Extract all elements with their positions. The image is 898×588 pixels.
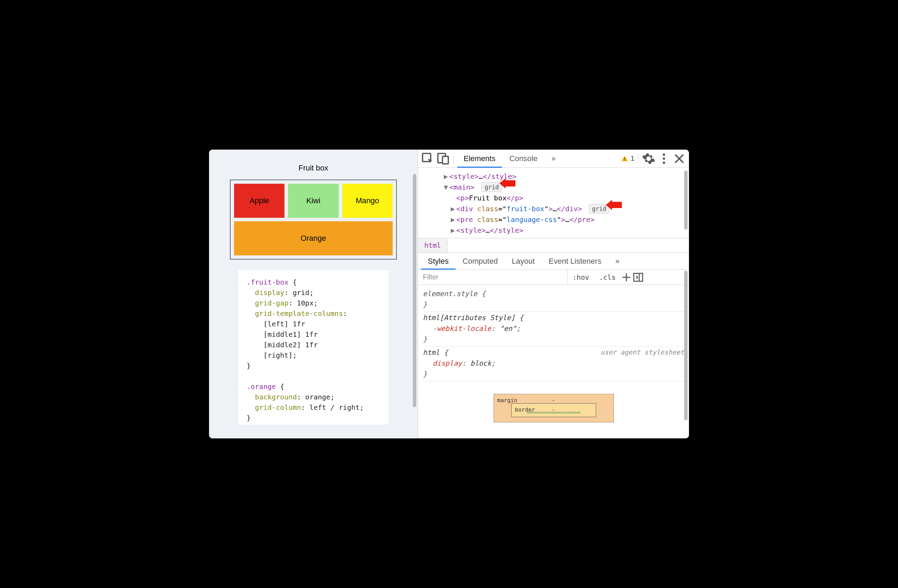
svg-rect-4	[624, 160, 625, 160]
disclosure-triangle-icon[interactable]: ▼	[444, 182, 449, 193]
svg-point-6	[663, 157, 665, 160]
subtab-layout[interactable]: Layout	[504, 253, 541, 269]
devtools-pane: Elements Console » 1 ▶<style>…</style>	[418, 149, 689, 439]
fruit-mango: Mango	[342, 184, 393, 218]
tab-console[interactable]: Console	[503, 149, 544, 167]
hov-toggle[interactable]: :hov	[567, 273, 594, 282]
tab-more[interactable]: »	[545, 149, 562, 167]
stylesheet-source: user agent stylesheet	[601, 347, 684, 357]
disclosure-triangle-icon[interactable]: ▶	[451, 203, 456, 214]
svg-rect-2	[442, 156, 448, 164]
filter-bar: :hov .cls	[418, 269, 689, 285]
disclosure-triangle-icon[interactable]: ▶	[444, 171, 449, 182]
sidebar-toggle-icon[interactable]	[632, 271, 644, 283]
close-icon[interactable]	[672, 152, 686, 166]
plus-icon[interactable]	[620, 271, 632, 283]
gear-icon[interactable]	[642, 152, 656, 166]
breadcrumb-item[interactable]: html	[418, 238, 447, 252]
warning-count: 1	[630, 154, 634, 163]
fruit-apple: Apple	[234, 184, 284, 218]
devtools-tabbar: Elements Console » 1	[418, 149, 689, 168]
styles-filter-input[interactable]	[418, 269, 567, 285]
cls-toggle[interactable]: .cls	[594, 273, 620, 282]
warning-badge[interactable]: 1	[621, 154, 634, 163]
css-code-block: .fruit-box { display: grid; grid-gap: 10…	[238, 270, 389, 425]
styles-panel[interactable]: element.style { } html[Attributes Style]…	[418, 285, 689, 439]
subtab-computed[interactable]: Computed	[456, 253, 505, 269]
dom-tree[interactable]: ▶<style>…</style> ▼<main> grid <p>Fruit …	[418, 168, 689, 238]
svg-rect-8	[634, 273, 643, 281]
disclosure-triangle-icon[interactable]: ▶	[451, 225, 456, 236]
svg-point-7	[663, 162, 665, 164]
subtab-styles[interactable]: Styles	[421, 253, 456, 269]
grid-badge[interactable]: grid	[481, 182, 502, 192]
breadcrumb: html	[418, 238, 689, 253]
svg-point-5	[663, 154, 665, 156]
kebab-menu-icon[interactable]	[657, 152, 671, 166]
rule-selector: html {	[423, 348, 448, 357]
device-toolbar-icon[interactable]	[436, 152, 450, 166]
fruit-orange: Orange	[234, 221, 393, 256]
svg-rect-3	[624, 158, 625, 159]
page-title: Fruit box	[230, 163, 397, 172]
element-style-selector: element.style {	[423, 288, 684, 299]
disclosure-triangle-icon[interactable]: ▶	[451, 214, 456, 225]
annotation-arrow-icon	[500, 178, 515, 189]
annotation-arrow-icon	[606, 200, 622, 210]
styles-tabbar: Styles Computed Layout Event Listeners »	[418, 253, 689, 269]
tab-elements[interactable]: Elements	[457, 149, 502, 167]
fruit-box-grid: Apple Kiwi Mango Orange	[230, 180, 397, 260]
fruit-kiwi: Kiwi	[288, 184, 338, 218]
rule-selector: html[Attributes Style] {	[423, 314, 523, 322]
rule-close: }	[423, 299, 684, 310]
box-model[interactable]: margin - border -	[423, 381, 684, 422]
rendered-page-pane: Fruit box Apple Kiwi Mango Orange .fruit…	[209, 149, 418, 439]
subtab-more[interactable]: »	[608, 253, 626, 269]
inspect-element-icon[interactable]	[421, 152, 435, 166]
split-view: Fruit box Apple Kiwi Mango Orange .fruit…	[209, 149, 689, 439]
subtab-events[interactable]: Event Listeners	[542, 253, 609, 269]
